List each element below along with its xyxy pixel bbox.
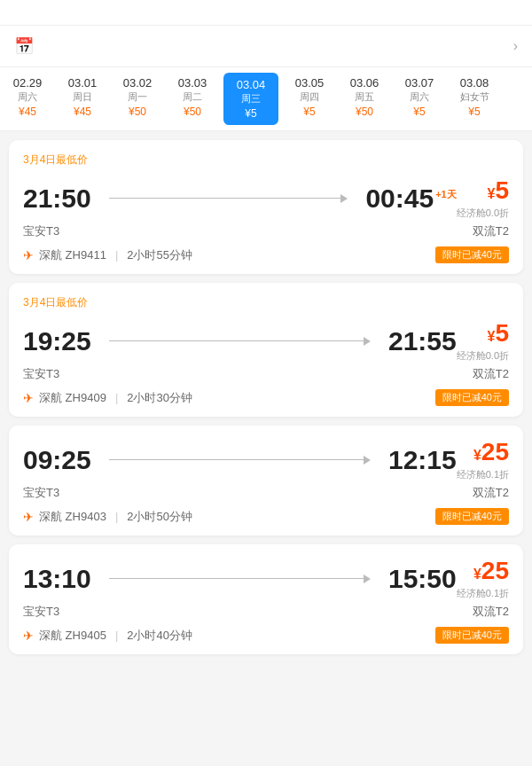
date-price: ¥45 — [19, 106, 36, 118]
flight-price: ¥25 — [473, 438, 509, 466]
flight-times: 13:10 15:50 — [23, 564, 457, 594]
flight-price: ¥5 — [488, 176, 509, 205]
date-week: 周六 — [410, 90, 429, 104]
price-column: ¥5 经济舱0.0折 — [457, 176, 509, 220]
date-num: 03.01 — [68, 76, 98, 90]
date-price: ¥50 — [129, 106, 146, 118]
cabin-class: 经济舱0.1折 — [457, 587, 509, 600]
flight-detail: ✈ 深航 ZH9409 | 2小时30分钟 — [23, 390, 192, 406]
flight-card-2[interactable]: 09:25 12:15 ¥25 经济舱0.1折 宝安T3 双流T2 ✈ 深航 Z… — [9, 426, 523, 535]
airports-row: 宝安T3 双流T2 — [23, 604, 509, 620]
depart-time: 13:10 — [23, 564, 91, 594]
date-week: 周一 — [128, 90, 147, 104]
flight-card-1[interactable]: 3月4日最低价 19:25 21:55 ¥5 经济舱0.0折 宝安T3 双流T2 — [9, 283, 523, 417]
lowest-price-badge: 3月4日最低价 — [23, 295, 509, 310]
date-item-03.07[interactable]: 03.07 周六 ¥5 — [392, 71, 447, 127]
plus-day: +1天 — [435, 189, 457, 199]
header — [0, 0, 532, 26]
date-num: 03.08 — [460, 76, 489, 90]
date-num: 03.06 — [350, 76, 379, 90]
flight-duration: 2小时30分钟 — [127, 390, 192, 406]
airport-from: 宝安T3 — [23, 223, 76, 239]
flight-duration-arrow — [109, 456, 371, 465]
discount-tag: 限时已减40元 — [435, 246, 509, 263]
arrive-time: 00:45+1天 — [365, 184, 456, 214]
cabin-class: 经济舱0.0折 — [457, 349, 509, 363]
date-item-03.01[interactable]: 03.01 周日 ¥45 — [55, 71, 110, 127]
flight-times: 09:25 12:15 — [23, 445, 457, 475]
flight-info-row: ✈ 深航 ZH9409 | 2小时30分钟 限时已减40元 — [23, 389, 509, 406]
airline-name: 深航 ZH9403 — [39, 509, 106, 525]
flight-duration-arrow — [109, 574, 371, 583]
date-item-03.04[interactable]: 03.04 周三 ¥5 — [223, 73, 278, 125]
date-price: ¥50 — [184, 106, 201, 118]
discount-tag: 限时已减40元 — [435, 508, 509, 525]
plane-icon: ✈ — [23, 248, 34, 262]
date-week: 周二 — [183, 90, 202, 104]
flight-main-row: 21:50 00:45+1天 ¥5 经济舱0.0折 — [23, 176, 509, 220]
arrive-time: 15:50 — [388, 564, 457, 594]
date-week: 周六 — [18, 90, 37, 104]
airports-row: 宝安T3 双流T2 — [23, 366, 509, 382]
flight-info-row: ✈ 深航 ZH9403 | 2小时50分钟 限时已减40元 — [23, 508, 509, 525]
date-item-03.03[interactable]: 03.03 周二 ¥50 — [165, 71, 220, 127]
flight-info-row: ✈ 深航 ZH9405 | 2小时40分钟 限时已减40元 — [23, 627, 509, 644]
discount-tag: 限时已减40元 — [435, 627, 509, 644]
chevron-right-icon: › — [513, 38, 518, 54]
flight-detail: ✈ 深航 ZH9411 | 2小时55分钟 — [23, 247, 192, 263]
date-price: ¥5 — [303, 106, 315, 118]
plane-icon: ✈ — [23, 510, 34, 524]
flight-times: 21:50 00:45+1天 — [23, 184, 457, 214]
flight-duration: 2小时50分钟 — [127, 509, 192, 525]
price-column: ¥25 经济舱0.1折 — [457, 438, 509, 481]
flight-list: 3月4日最低价 21:50 00:45+1天 ¥5 经济舱0.0折 宝安T3 双… — [0, 131, 532, 663]
date-week: 妇女节 — [460, 90, 489, 104]
date-num: 03.04 — [237, 78, 266, 91]
price-column: ¥25 经济舱0.1折 — [457, 557, 509, 600]
flight-main-row: 13:10 15:50 ¥25 经济舱0.1折 — [23, 557, 509, 600]
flight-card-0[interactable]: 3月4日最低价 21:50 00:45+1天 ¥5 经济舱0.0折 宝安T3 双… — [9, 140, 523, 274]
travel-period-bar[interactable]: 📅 › — [0, 26, 532, 67]
airline-name: 深航 ZH9405 — [39, 628, 106, 644]
date-item-03.08[interactable]: 03.08 妇女节 ¥5 — [447, 71, 502, 127]
divider: | — [115, 510, 118, 523]
airport-to: 双流T2 — [456, 223, 509, 239]
airport-to: 双流T2 — [456, 604, 509, 620]
flight-times: 19:25 21:55 — [23, 326, 457, 356]
flight-duration: 2小时55分钟 — [127, 247, 192, 263]
plane-icon: ✈ — [23, 391, 34, 405]
flight-card-3[interactable]: 13:10 15:50 ¥25 经济舱0.1折 宝安T3 双流T2 ✈ 深航 Z… — [9, 544, 523, 654]
discount-tag: 限时已减40元 — [435, 389, 509, 406]
airports-row: 宝安T3 双流T2 — [23, 485, 509, 501]
flight-duration-arrow — [109, 194, 348, 203]
date-price: ¥5 — [468, 106, 480, 118]
date-item-03.05[interactable]: 03.05 周四 ¥5 — [282, 71, 337, 127]
depart-time: 09:25 — [23, 445, 91, 475]
date-week: 周三 — [241, 92, 261, 106]
flight-detail: ✈ 深航 ZH9403 | 2小时50分钟 — [23, 509, 192, 525]
flight-price: ¥5 — [488, 319, 509, 348]
date-num: 03.03 — [178, 76, 207, 90]
arrive-time: 12:15 — [388, 445, 457, 475]
date-item-03.06[interactable]: 03.06 周五 ¥50 — [337, 71, 392, 127]
date-week: 周日 — [73, 90, 92, 104]
divider: | — [115, 391, 118, 404]
divider: | — [115, 248, 118, 262]
date-scroller: 02.29 周六 ¥45 03.01 周日 ¥45 03.02 周一 ¥50 0… — [0, 67, 532, 131]
date-item-03.02[interactable]: 03.02 周一 ¥50 — [110, 71, 165, 127]
flight-main-row: 19:25 21:55 ¥5 经济舱0.0折 — [23, 319, 509, 363]
cabin-class: 经济舱0.1折 — [457, 468, 509, 481]
date-num: 03.05 — [295, 76, 325, 90]
airports-row: 宝安T3 双流T2 — [23, 223, 509, 239]
flight-duration-arrow — [109, 337, 371, 346]
airport-to: 双流T2 — [456, 485, 509, 501]
date-week: 周四 — [300, 90, 319, 104]
flight-price: ¥25 — [473, 557, 509, 585]
divider: | — [115, 629, 118, 642]
airport-from: 宝安T3 — [23, 485, 76, 501]
flight-duration: 2小时40分钟 — [127, 628, 192, 644]
date-price: ¥50 — [356, 106, 373, 118]
date-item-02.29[interactable]: 02.29 周六 ¥45 — [0, 71, 55, 127]
depart-time: 19:25 — [23, 326, 91, 356]
price-column: ¥5 经济舱0.0折 — [457, 319, 509, 363]
